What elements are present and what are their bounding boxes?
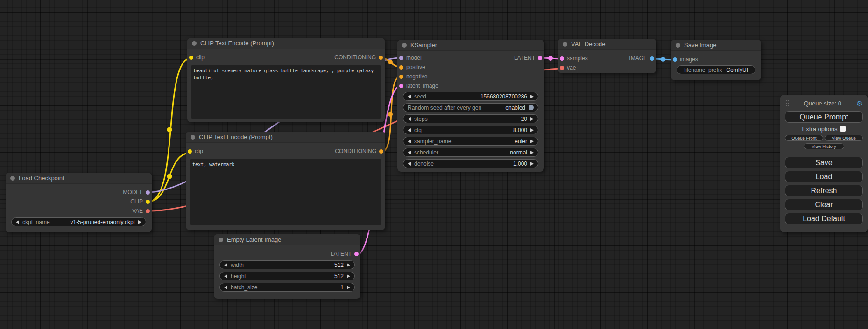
input-positive[interactable]: positive <box>399 64 425 70</box>
model-port-icon[interactable] <box>146 190 150 195</box>
right-arrow-icon[interactable] <box>530 128 534 132</box>
width-widget[interactable]: width 512 <box>219 260 355 269</box>
link-dot-clip-1[interactable] <box>167 127 172 133</box>
latent-port-icon[interactable] <box>399 84 403 88</box>
output-model[interactable]: MODEL <box>123 189 150 196</box>
output-vae[interactable]: VAE <box>132 208 150 214</box>
left-arrow-icon[interactable] <box>224 263 227 267</box>
image-port-icon[interactable] <box>673 57 677 62</box>
node-vae-decode[interactable]: VAE Decode samples IMAGE vae <box>558 39 656 73</box>
clear-button[interactable]: Clear <box>785 199 863 210</box>
output-latent[interactable]: LATENT <box>514 55 542 61</box>
left-arrow-icon[interactable] <box>16 220 19 224</box>
extra-options-checkbox[interactable] <box>840 126 846 132</box>
collapse-dot-icon[interactable] <box>402 43 407 48</box>
input-vae[interactable]: vae <box>560 64 576 71</box>
node-clip-text-encode-positive[interactable]: CLIP Text Encode (Prompt) clip CONDITION… <box>187 38 385 122</box>
cfg-widget[interactable]: cfg 8.000 <box>403 126 538 134</box>
drag-handle-icon[interactable] <box>786 100 789 106</box>
right-arrow-icon[interactable] <box>530 151 534 154</box>
queue-front-button[interactable]: Queue Front <box>785 135 823 141</box>
node-titlebar[interactable]: Save Image <box>671 40 761 51</box>
link-dot-clip-2[interactable] <box>167 174 172 179</box>
settings-gear-icon[interactable]: ⚙ <box>857 100 863 107</box>
clip-port-icon[interactable] <box>146 200 150 204</box>
queue-prompt-button[interactable]: Queue Prompt <box>785 111 863 123</box>
link-dot-negative[interactable] <box>388 112 393 117</box>
conditioning-port-icon[interactable] <box>379 56 383 60</box>
collapse-dot-icon[interactable] <box>219 238 223 242</box>
random-seed-widget[interactable]: Random seed after every gen enabled <box>403 103 538 112</box>
model-port-icon[interactable] <box>399 56 403 60</box>
vae-port-icon[interactable] <box>146 209 150 213</box>
input-latent-image[interactable]: latent_image <box>399 83 438 89</box>
conditioning-port-icon[interactable] <box>379 149 383 154</box>
conditioning-port-icon[interactable] <box>399 75 403 79</box>
scheduler-widget[interactable]: scheduler normal <box>403 148 538 157</box>
sampler-name-widget[interactable]: sampler_name euler <box>403 137 538 146</box>
latent-port-icon[interactable] <box>354 252 359 256</box>
filename-prefix-widget[interactable]: filename_prefix ComfyUI <box>677 65 755 74</box>
node-titlebar[interactable]: CLIP Text Encode (Prompt) <box>187 38 385 49</box>
load-button[interactable]: Load <box>785 171 863 182</box>
input-images[interactable]: images <box>673 56 698 63</box>
node-empty-latent-image[interactable]: Empty Latent Image LATENT width 512 heig <box>214 234 360 299</box>
collapse-dot-icon[interactable] <box>191 135 195 140</box>
link-dot-positive[interactable] <box>388 60 393 64</box>
steps-widget[interactable]: steps 20 <box>403 114 538 123</box>
input-clip[interactable]: clip <box>189 54 205 61</box>
clip-port-icon[interactable] <box>188 149 192 154</box>
left-arrow-icon[interactable] <box>408 162 411 166</box>
link-dot-latent[interactable] <box>548 56 553 61</box>
node-graph-canvas[interactable]: Load Checkpoint MODEL CLIP VAE <box>0 0 868 329</box>
right-arrow-icon[interactable] <box>530 162 534 166</box>
height-widget[interactable]: height 512 <box>219 272 355 280</box>
collapse-dot-icon[interactable] <box>10 176 15 181</box>
load-default-button[interactable]: Load Default <box>785 213 863 224</box>
input-samples[interactable]: samples <box>560 55 588 62</box>
collapse-dot-icon[interactable] <box>676 43 680 48</box>
batch-size-widget[interactable]: batch_size 1 <box>219 283 355 292</box>
image-port-icon[interactable] <box>650 56 654 61</box>
node-save-image[interactable]: Save Image images filename_prefix ComfyU… <box>671 40 761 80</box>
node-titlebar[interactable]: Load Checkpoint <box>6 173 152 184</box>
left-arrow-icon[interactable] <box>408 128 411 132</box>
refresh-button[interactable]: Refresh <box>785 185 863 196</box>
collapse-dot-icon[interactable] <box>192 41 197 46</box>
left-arrow-icon[interactable] <box>408 95 411 98</box>
prompt-textarea[interactable]: text, watermark <box>190 159 381 225</box>
node-titlebar[interactable]: CLIP Text Encode (Prompt) <box>186 132 385 143</box>
input-model[interactable]: model <box>399 55 422 61</box>
node-titlebar[interactable]: Empty Latent Image <box>214 234 360 245</box>
right-arrow-icon[interactable] <box>347 263 350 267</box>
left-arrow-icon[interactable] <box>408 140 411 143</box>
link-dot-image[interactable] <box>661 57 665 62</box>
ckpt-name-widget[interactable]: ckpt_name v1-5-pruned-emaonly.ckpt <box>11 217 146 226</box>
seed-widget[interactable]: seed 156680208700286 <box>403 92 538 101</box>
output-conditioning[interactable]: CONDITIONING <box>334 54 383 61</box>
node-clip-text-encode-negative[interactable]: CLIP Text Encode (Prompt) clip CONDITION… <box>186 132 385 230</box>
latent-port-icon[interactable] <box>538 56 542 60</box>
right-arrow-icon[interactable] <box>530 117 534 121</box>
view-history-button[interactable]: View History <box>804 143 844 149</box>
vae-port-icon[interactable] <box>560 66 564 70</box>
right-arrow-icon[interactable] <box>347 274 350 278</box>
right-arrow-icon[interactable] <box>530 140 534 143</box>
right-arrow-icon[interactable] <box>347 286 350 289</box>
left-arrow-icon[interactable] <box>408 117 411 121</box>
right-arrow-icon[interactable] <box>138 220 141 224</box>
left-arrow-icon[interactable] <box>224 286 227 289</box>
left-arrow-icon[interactable] <box>224 274 227 278</box>
node-titlebar[interactable]: KSampler <box>397 40 544 51</box>
save-button[interactable]: Save <box>785 157 863 168</box>
conditioning-port-icon[interactable] <box>399 65 403 70</box>
node-ksampler[interactable]: KSampler model LATENT positive <box>397 40 544 172</box>
output-clip[interactable]: CLIP <box>130 198 150 205</box>
input-negative[interactable]: negative <box>399 73 427 80</box>
denoise-widget[interactable]: denoise 1.000 <box>403 159 538 168</box>
output-conditioning[interactable]: CONDITIONING <box>335 148 383 154</box>
prompt-textarea[interactable]: beautiful scenery nature glass bottle la… <box>191 65 381 119</box>
output-image[interactable]: IMAGE <box>629 55 654 62</box>
latent-port-icon[interactable] <box>560 56 564 61</box>
node-titlebar[interactable]: VAE Decode <box>558 39 656 50</box>
